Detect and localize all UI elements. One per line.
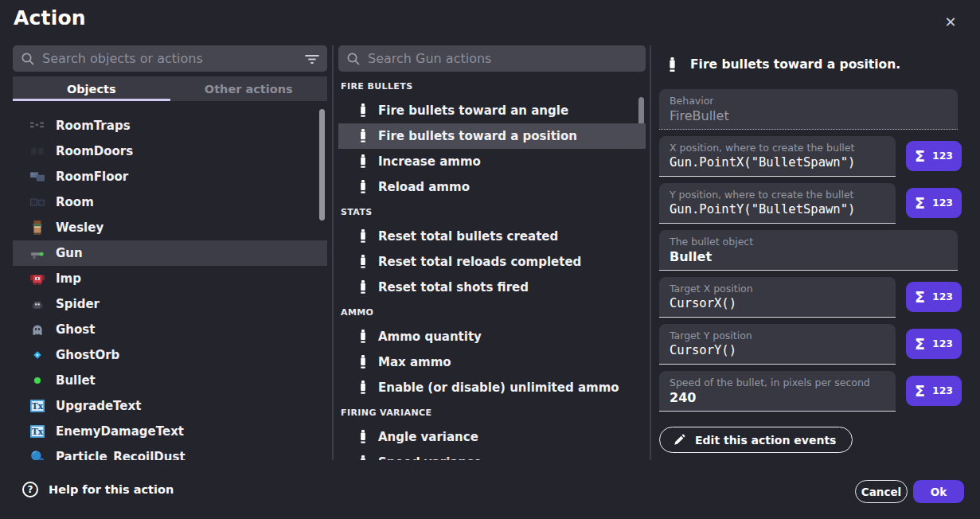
bullet-cartridge-icon xyxy=(667,57,677,72)
sidebar-item-particle_recoildust[interactable]: Particle_RecoilDust xyxy=(13,444,327,460)
field-label: X position, where to create the bullet xyxy=(670,142,885,154)
bullet-dot-icon xyxy=(30,373,45,388)
action-item[interactable]: Reload ammo xyxy=(338,174,646,200)
sigma-icon: Σ xyxy=(915,149,925,164)
sidebar-item-ghostorb[interactable]: GhostOrb xyxy=(13,342,327,368)
target-x-field[interactable]: Target X positionCursorX() xyxy=(659,277,896,318)
object-name: UpgradeText xyxy=(56,399,141,413)
action-item[interactable]: Reset total shots fired xyxy=(338,275,646,300)
help-label: Help for this action xyxy=(49,483,174,496)
filter-icon[interactable] xyxy=(305,53,319,64)
sidebar-item-ghost[interactable]: Ghost xyxy=(13,317,327,342)
sidebar-item-upgradetext[interactable]: TxUpgradeText xyxy=(13,393,327,419)
sidebar-item-imp[interactable]: Imp xyxy=(13,266,327,291)
objects-list: RoomTrapsRoomDoorsRoomFloorRoomWesleyGun… xyxy=(13,113,327,460)
actions-search-input[interactable] xyxy=(368,51,638,66)
help-icon: ? xyxy=(22,482,38,498)
action-item[interactable]: Fire bullets toward an angle xyxy=(338,98,646,123)
numbers-123-icon: 123 xyxy=(932,151,953,162)
tab-objects[interactable]: Objects xyxy=(13,76,170,101)
sidebar-item-wesley[interactable]: Wesley xyxy=(13,215,327,240)
action-item-label: Reset total reloads completed xyxy=(378,255,581,269)
object-name: Wesley xyxy=(56,220,103,235)
wesley-icon xyxy=(30,220,45,235)
x-position-field[interactable]: X position, where to create the bulletGu… xyxy=(659,136,896,177)
bullet-cartridge-icon xyxy=(358,129,368,143)
action-dialog: Action ✕ Objects Other actions RoomTraps… xyxy=(0,0,980,519)
action-item-label: Fire bullets toward an angle xyxy=(378,103,568,118)
bullet-cartridge-icon xyxy=(358,180,368,194)
particle-icon xyxy=(30,450,45,460)
pencil-icon xyxy=(673,434,685,447)
object-name: Spider xyxy=(56,297,100,311)
action-item[interactable]: Max ammo xyxy=(338,349,646,375)
object-name: Imp xyxy=(56,271,81,286)
sidebar-item-enemydamagetext[interactable]: TxEnemyDamageText xyxy=(13,419,327,444)
expression-builder-button[interactable]: Σ123 xyxy=(906,188,962,218)
sidebar-item-spider[interactable]: Spider xyxy=(13,291,327,317)
svg-text:Tx: Tx xyxy=(32,401,44,412)
numbers-123-icon: 123 xyxy=(932,292,953,302)
sidebar-item-gun[interactable]: Gun xyxy=(13,240,327,266)
action-item[interactable]: Angle variance xyxy=(338,424,646,450)
bullet-object-field[interactable]: The bullet objectBullet xyxy=(659,230,958,271)
sigma-icon: Σ xyxy=(915,196,925,211)
sidebar-item-bullet[interactable]: Bullet xyxy=(13,368,327,393)
actions-panel: FIRE BULLETSFire bullets toward an angle… xyxy=(338,45,646,460)
bullet-cartridge-icon xyxy=(358,229,368,244)
section-header: AMMO xyxy=(338,300,646,324)
field-label: Target X position xyxy=(670,283,885,295)
bullet-cartridge-icon xyxy=(358,330,368,344)
action-item[interactable]: Ammo quantity xyxy=(338,324,646,349)
edit-action-events-button[interactable]: Edit this action events xyxy=(659,427,853,453)
panel-divider xyxy=(332,45,334,460)
speed-field[interactable]: Speed of the bullet, in pixels per secon… xyxy=(659,371,896,412)
search-icon xyxy=(21,52,35,66)
actions-search-box xyxy=(338,45,646,72)
objects-search-input[interactable] xyxy=(42,51,305,66)
objects-search-box xyxy=(13,45,327,72)
action-item[interactable]: Fire bullets toward a position xyxy=(338,123,646,149)
action-item[interactable]: Reset total bullets created xyxy=(338,224,646,249)
search-icon xyxy=(346,52,361,66)
action-item-label: Speed variance xyxy=(378,455,482,460)
field-label: Speed of the bullet, in pixels per secon… xyxy=(670,377,885,389)
expression-builder-button[interactable]: Σ123 xyxy=(906,141,962,171)
sidebar-item-roomtraps[interactable]: RoomTraps xyxy=(13,113,327,139)
page-title: Action xyxy=(14,6,86,29)
help-for-action-link[interactable]: ? Help for this action xyxy=(22,482,174,498)
spider-icon xyxy=(30,297,45,311)
objects-panel: Objects Other actions RoomTrapsRoomDoors… xyxy=(13,45,327,460)
action-item[interactable]: Enable (or disable) unlimited ammo xyxy=(338,375,646,400)
action-item[interactable]: Speed variance xyxy=(338,450,646,460)
numbers-123-icon: 123 xyxy=(932,386,953,396)
sidebar-item-roomfloor[interactable]: RoomFloor xyxy=(13,164,327,189)
section-header: FIRING VARIANCE xyxy=(338,400,646,424)
field-value: Gun.PointX("BulletSpawn") xyxy=(670,154,885,171)
expression-builder-button[interactable]: Σ123 xyxy=(906,282,962,312)
expression-builder-button[interactable]: Σ123 xyxy=(906,376,962,406)
sidebar-item-room[interactable]: Room xyxy=(13,189,327,215)
bullet-cartridge-icon xyxy=(358,455,368,460)
field-label: The bullet object xyxy=(670,236,947,248)
close-icon[interactable]: ✕ xyxy=(940,11,961,32)
sigma-icon: Σ xyxy=(915,290,925,305)
target-y-field[interactable]: Target Y positionCursorY() xyxy=(659,324,896,365)
numbers-123-icon: 123 xyxy=(932,198,953,209)
ok-button[interactable]: Ok xyxy=(913,480,964,503)
bullet-cartridge-icon xyxy=(358,154,368,169)
gun-icon xyxy=(30,246,45,260)
roomfloor-icon xyxy=(30,170,45,184)
field-value: CursorY() xyxy=(670,342,885,359)
cancel-button[interactable]: Cancel xyxy=(855,480,908,503)
y-position-field[interactable]: Y position, where to create the bulletGu… xyxy=(659,183,896,224)
sidebar-item-roomdoors[interactable]: RoomDoors xyxy=(13,139,327,164)
expression-builder-button[interactable]: Σ123 xyxy=(906,329,962,359)
panel-divider xyxy=(650,45,651,460)
field-value: Bullet xyxy=(670,248,947,266)
bullet-cartridge-icon xyxy=(358,430,368,444)
tab-other-actions[interactable]: Other actions xyxy=(170,76,328,101)
action-item[interactable]: Reset total reloads completed xyxy=(338,249,646,275)
action-item[interactable]: Increase ammo xyxy=(338,149,646,174)
bullet-cartridge-icon xyxy=(358,280,368,295)
